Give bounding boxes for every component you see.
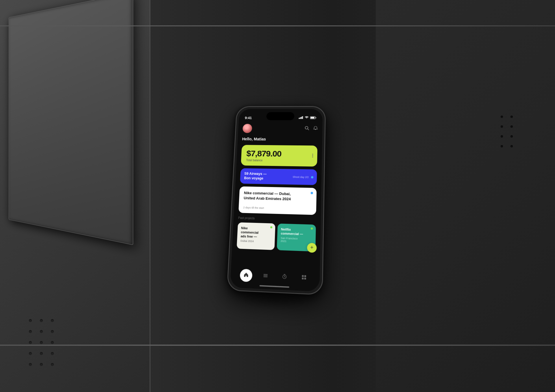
svg-rect-6: [310, 117, 314, 119]
grid-icon: [301, 274, 307, 282]
greeting: Hello, Matias: [242, 137, 318, 142]
dot: [29, 330, 32, 333]
past-project-netflix-title: Netflixcommercial —: [281, 227, 312, 236]
svg-rect-22: [304, 278, 306, 280]
airways-shoot-label: Shoot day 2/2: [293, 175, 309, 179]
dot: [51, 363, 54, 366]
nav-home-button[interactable]: [240, 269, 252, 282]
list-icon: [263, 273, 268, 280]
dot-hole: [501, 145, 503, 147]
dot: [51, 319, 54, 322]
greeting-prefix: Hello,: [242, 137, 253, 141]
svg-rect-0: [299, 118, 299, 119]
shelf-line-top: [0, 25, 555, 26]
dot-hole: [501, 116, 503, 118]
dot-hole: [510, 135, 513, 138]
dot-hole: [501, 135, 503, 138]
nike-days-label: 2 days till the start: [243, 206, 311, 210]
svg-line-17: [284, 277, 285, 277]
airways-card[interactable]: S9 Airways —Bon voyage Shoot day 2/2: [240, 168, 317, 185]
svg-rect-1: [300, 117, 301, 119]
dot-hole: [510, 145, 513, 147]
bottom-nav: [230, 266, 320, 292]
dot: [40, 352, 43, 355]
home-icon: [243, 272, 249, 279]
svg-point-9: [312, 154, 313, 154]
svg-rect-2: [301, 117, 302, 119]
timer-icon: [282, 273, 287, 281]
svg-line-8: [308, 129, 309, 130]
dot: [29, 319, 32, 322]
past-project-nike[interactable]: Nikecommercialads free — Dubai 2024: [237, 222, 275, 250]
nav-grid-button[interactable]: [298, 271, 310, 284]
balance-menu-icon[interactable]: [312, 153, 313, 159]
past-project-netflix-subtitle: San Francisco2021: [281, 237, 312, 244]
dot: [40, 330, 43, 333]
search-icon[interactable]: [305, 126, 309, 132]
dot-grid-left: [29, 319, 57, 369]
status-time: 9:41: [245, 116, 252, 120]
header-actions: [305, 126, 318, 132]
phone-device: 9:41: [227, 106, 325, 295]
past-project-netflix[interactable]: Netflixcommercial — San Francisco2021 +: [277, 223, 316, 252]
svg-point-11: [312, 156, 313, 157]
shelf-line-bottom: [0, 345, 555, 346]
dot: [40, 363, 43, 366]
svg-rect-12: [263, 274, 267, 275]
nav-timer-button[interactable]: [278, 271, 291, 283]
dot: [29, 352, 32, 355]
phone-wrapper: 9:41: [227, 106, 325, 295]
shelf-left: [0, 0, 150, 392]
nike-commercial-card[interactable]: Nike commercial — Dubai,United Arab Emir…: [238, 186, 317, 215]
svg-rect-3: [302, 116, 303, 119]
battery-icon: [310, 116, 317, 120]
add-icon: +: [310, 245, 313, 251]
balance-amount: $7,879.00: [246, 149, 312, 158]
svg-rect-14: [263, 276, 267, 277]
shelf-right: [376, 0, 555, 392]
airways-status-dot: [311, 176, 313, 178]
past-projects-label: Past projects: [238, 216, 316, 222]
add-project-button[interactable]: +: [307, 243, 317, 253]
dot-hole: [501, 125, 503, 128]
svg-rect-5: [316, 117, 316, 118]
dot: [40, 319, 43, 322]
scene: 9:41: [0, 0, 555, 392]
phone-screen: 9:41: [230, 109, 323, 292]
notification-icon[interactable]: [313, 126, 318, 132]
avatar-image: [243, 124, 252, 133]
dot: [51, 352, 54, 355]
svg-rect-21: [302, 277, 304, 279]
dynamic-island: [266, 112, 294, 120]
svg-rect-20: [304, 275, 306, 277]
past-project-nike-title: Nikecommercialads free —: [240, 226, 272, 239]
dot: [40, 341, 43, 344]
nav-list-button[interactable]: [259, 270, 271, 283]
svg-rect-13: [263, 275, 267, 276]
wifi-icon: [305, 116, 309, 119]
dot-hole: [510, 116, 513, 118]
user-name: Matias: [254, 137, 266, 141]
dot: [29, 363, 32, 366]
dot-holes-right: [501, 116, 515, 149]
nike-status-dot: [311, 192, 313, 194]
app-header: [243, 123, 318, 134]
dot: [51, 330, 54, 333]
signal-icon: [299, 116, 303, 119]
balance-label: Total balance: [246, 159, 312, 163]
past-project-nike-dot: [270, 226, 272, 228]
balance-card[interactable]: $7,879.00 Total balance: [241, 145, 317, 167]
past-project-nike-subtitle: Dubai 2024: [240, 239, 271, 243]
avatar[interactable]: [243, 124, 252, 133]
nike-card-title: Nike commercial — Dubai,United Arab Emir…: [244, 191, 312, 202]
shelf-door: [9, 0, 133, 245]
past-projects-grid: Nikecommercialads free — Dubai 2024 Netf…: [237, 222, 316, 252]
svg-rect-19: [302, 275, 304, 277]
dot: [29, 341, 32, 344]
status-icons: [299, 116, 316, 120]
dot-hole: [510, 125, 513, 128]
past-project-netflix-dot: [311, 227, 313, 229]
svg-point-10: [312, 155, 313, 156]
dot: [51, 341, 54, 344]
